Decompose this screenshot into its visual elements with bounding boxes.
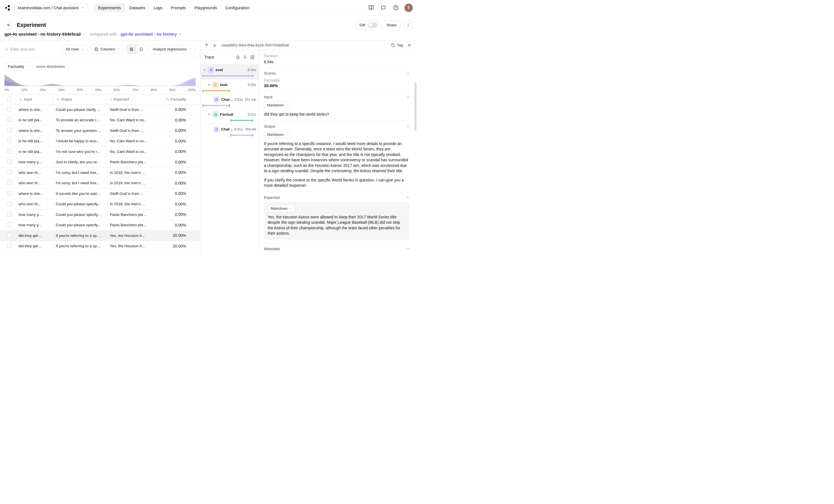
input-section-header[interactable]: Input — [264, 95, 410, 99]
span-duration: 6.54s — [247, 68, 256, 72]
expected-value: Yes, the Houston Astros were allowed to … — [268, 214, 406, 236]
tab-logs[interactable]: Logs — [150, 3, 166, 12]
column-header-input[interactable]: Input — [16, 94, 53, 104]
chevron-down-icon[interactable] — [207, 113, 211, 116]
cell-output: I would be happy to assi... — [53, 139, 107, 143]
row-checkbox[interactable] — [7, 159, 12, 164]
input-format-selector[interactable]: Markdown — [264, 101, 291, 109]
row-checkbox[interactable] — [7, 128, 12, 133]
chevron-down-icon[interactable] — [203, 68, 206, 72]
next-row-button[interactable] — [211, 42, 218, 49]
trace-span-factual[interactable]: Factual3.01s — [200, 109, 259, 124]
tab-datasets[interactable]: Datasets — [125, 3, 149, 12]
timing-mode-button[interactable] — [234, 53, 241, 61]
table-row[interactable]: is he still pla...I'm not sure who you'r… — [0, 146, 200, 157]
trace-span-eval[interactable]: eval6.54s — [200, 64, 259, 79]
percent-icon: % — [166, 97, 169, 101]
feedback-button[interactable] — [379, 3, 388, 13]
row-checkbox[interactable] — [7, 243, 12, 248]
scores-section-header[interactable]: Scores — [264, 71, 410, 75]
more-options-button[interactable] — [403, 20, 413, 29]
row-checkbox[interactable] — [7, 170, 12, 175]
column-header-factuality[interactable]: % Factuality — [164, 94, 200, 104]
row-checkbox[interactable] — [7, 191, 12, 196]
collapse-panel-button[interactable] — [248, 53, 256, 61]
analyze-regressions-button[interactable]: Analyze regressions — [148, 45, 196, 54]
chevron-down-icon[interactable] — [207, 83, 211, 87]
table-row[interactable]: how many y...Just to clarify, are you re… — [0, 157, 200, 168]
dense-rows-view-button[interactable] — [127, 45, 136, 54]
table-row[interactable]: where is she...It sounds like you're ask… — [0, 188, 200, 199]
table-row[interactable]: who won th...I'm sorry, but I need mor..… — [0, 167, 200, 178]
back-button[interactable] — [4, 21, 13, 29]
help-button[interactable] — [391, 3, 400, 13]
cell-expected: Yes, the Houston A... — [107, 233, 164, 238]
close-panel-button[interactable] — [406, 42, 413, 49]
expected-format-selector[interactable]: Markdown — [268, 205, 295, 212]
arrow-up-icon — [204, 43, 209, 47]
rows-filter-button[interactable]: All rows — [62, 45, 88, 54]
scrollbar-thumb[interactable] — [415, 83, 416, 131]
expected-section-header[interactable]: Expected — [264, 196, 410, 200]
select-all-checkbox[interactable] — [7, 97, 12, 102]
share-button[interactable]: Share — [382, 20, 401, 29]
tab-experiments[interactable]: Experiments — [94, 3, 125, 12]
row-checkbox[interactable] — [7, 222, 12, 227]
cell-output: To answer your question ... — [53, 129, 107, 133]
table-row[interactable]: how many y...Could you please specify...… — [0, 209, 200, 220]
cell-factuality: 20.00% — [164, 233, 200, 238]
filter-input[interactable] — [10, 47, 60, 51]
table-row[interactable]: who won th...I'm sorry, but I need mor..… — [0, 178, 200, 189]
row-checkbox[interactable] — [7, 149, 12, 154]
row-checkbox[interactable] — [7, 138, 12, 143]
row-checkbox[interactable] — [7, 107, 12, 112]
tab-playgrounds[interactable]: Playgrounds — [191, 3, 221, 12]
comparison-selector[interactable]: gpt-4o assistant - no history — [120, 32, 182, 37]
row-checkbox[interactable] — [7, 117, 12, 122]
x-tick-label: 0% — [4, 88, 9, 92]
row-checkbox[interactable] — [7, 201, 12, 206]
tab-prompts[interactable]: Prompts — [167, 3, 190, 12]
diff-toggle[interactable] — [368, 22, 377, 28]
user-avatar[interactable]: T — [404, 4, 413, 12]
table-row[interactable]: how many y...Could you please specify...… — [0, 220, 200, 231]
table-row[interactable]: did they get ...If you're referring to a… — [0, 241, 200, 252]
row-checkbox[interactable] — [7, 212, 12, 217]
docs-button[interactable] — [366, 3, 376, 13]
trace-span-task[interactable]: task3.53s — [200, 79, 259, 94]
braintrust-logo-icon[interactable] — [4, 4, 12, 12]
row-checkbox[interactable] — [7, 180, 12, 185]
column-header-expected[interactable]: = Expected — [107, 94, 164, 104]
tall-rows-view-button[interactable] — [136, 45, 146, 54]
chevron-down-icon — [81, 48, 84, 51]
table-row[interactable]: did they get ...If you're referring to a… — [0, 230, 200, 241]
metric-selector[interactable]: Factuality — [4, 62, 32, 71]
table-row[interactable]: is he still pla...I would be happy to as… — [0, 136, 200, 147]
table-row[interactable]: where is she...To answer your question .… — [0, 125, 200, 136]
table-row[interactable]: who won th...Could you please specify...… — [0, 199, 200, 210]
trace-span-chat[interactable]: Chat ...3.53s, 151 tok — [200, 94, 259, 109]
metadata-section-header[interactable]: Metadata — [264, 247, 410, 251]
columns-button[interactable]: Columns — [90, 45, 124, 54]
output-format-selector[interactable]: Markdown — [264, 131, 291, 138]
cell-output: Could you please specify... — [53, 212, 107, 217]
project-selector[interactable]: braintrustdata.com / Chat assistant — [14, 3, 88, 13]
experiment-selector[interactable]: gpt-4o assistant - no history-934e5ca2 — [4, 32, 86, 37]
cell-expected: Paolo Banchero pla... — [107, 223, 164, 227]
chevron-down-icon — [286, 104, 288, 107]
row-density-segmented-control — [126, 45, 146, 54]
trace-id: cdad8852-94cf-4f4a-9329-7b577048d5a8 — [222, 43, 289, 47]
table-row[interactable]: where is she...Could you please clarify … — [0, 105, 200, 115]
chevron-down-icon — [289, 207, 292, 210]
tag-button[interactable]: Tag — [390, 42, 405, 48]
tab-configuration[interactable]: Configuration — [221, 3, 253, 12]
row-checkbox[interactable] — [7, 233, 12, 238]
column-header-output[interactable]: Output — [53, 94, 107, 104]
output-section-header[interactable]: Output — [264, 124, 410, 129]
span-timeline — [202, 119, 257, 122]
trace-span-chat[interactable]: Chat ...3.01s, 794 tok — [200, 124, 259, 139]
table-row[interactable]: is he still pla...To provide an accurate… — [0, 115, 200, 126]
collapse-all-button[interactable] — [241, 53, 248, 61]
span-name: Chat ... — [221, 127, 232, 131]
previous-row-button[interactable] — [203, 42, 210, 49]
